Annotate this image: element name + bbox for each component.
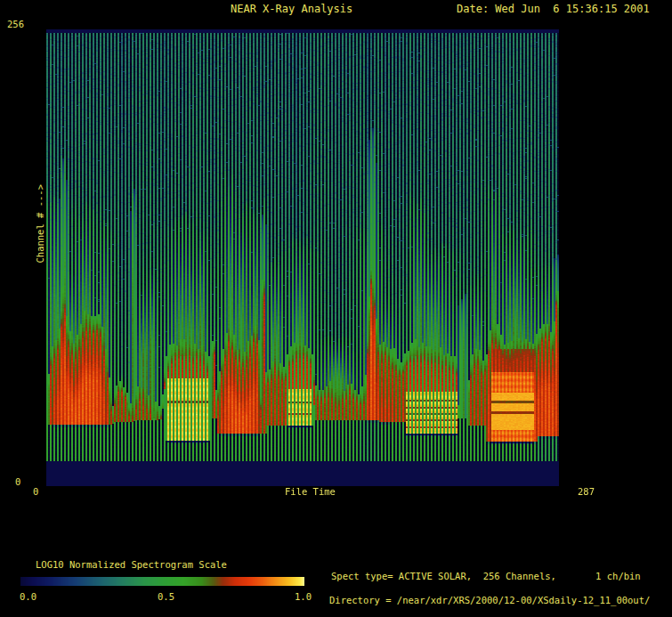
colorbar-tick-max: 1.0	[295, 592, 312, 602]
colorbar-tick-min: 0.0	[20, 592, 36, 602]
spect-info-line: Spect type= ACTIVE SOLAR, 256 Channels, …	[331, 572, 641, 581]
header-date: Date: Wed Jun 6 15:36:15 2001	[457, 4, 650, 14]
colorbar-title: LOG10 Normalized Spectrogram Scale	[36, 560, 227, 570]
app-window: NEAR X-Ray Analysis Date: Wed Jun 6 15:3…	[0, 0, 672, 617]
colorbar-tick-mid: 0.5	[158, 592, 174, 602]
spectrogram-plot	[46, 29, 559, 486]
x-axis-min-label: 0	[33, 487, 38, 497]
directory-line: Directory = /near/xdr/XRS/2000/12-00/XSd…	[329, 596, 650, 605]
x-axis-max-label: 287	[578, 487, 595, 497]
colorbar-gradient	[20, 577, 304, 586]
page-title: NEAR X-Ray Analysis	[231, 4, 352, 14]
y-axis-max-label: 256	[7, 20, 24, 29]
y-axis-min-label: 0	[15, 477, 20, 487]
x-axis-title: File Time	[285, 487, 336, 497]
y-axis-title: Channel # --->	[36, 181, 45, 266]
